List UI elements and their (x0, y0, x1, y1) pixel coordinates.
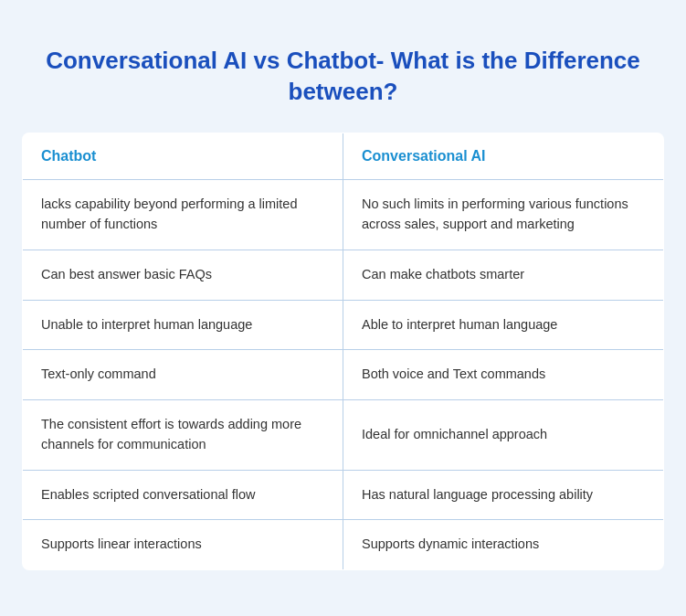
table-row: lacks capability beyond performing a lim… (23, 180, 664, 250)
cell-row6-col1: Supports linear interactions (23, 520, 343, 570)
table-row: Enables scripted conversational flowHas … (23, 470, 664, 520)
cell-row4-col1: The consistent effort is towards adding … (23, 400, 343, 471)
table-row: Unable to interpret human languageAble t… (23, 300, 664, 350)
cell-row4-col2: Ideal for omnichannel approach (343, 400, 664, 471)
table-row: Supports linear interactionsSupports dyn… (23, 520, 664, 570)
cell-row1-col1: Can best answer basic FAQs (23, 250, 343, 300)
cell-row5-col1: Enables scripted conversational flow (23, 470, 343, 520)
cell-row1-col2: Can make chatbots smarter (343, 250, 664, 300)
cell-row2-col1: Unable to interpret human language (23, 300, 343, 350)
comparison-table: Chatbot Conversational AI lacks capabili… (22, 133, 664, 570)
cell-row0-col1: lacks capability beyond performing a lim… (23, 180, 343, 250)
cell-row0-col2: No such limits in performing various fun… (343, 180, 664, 250)
table-body: lacks capability beyond performing a lim… (23, 180, 664, 570)
cell-row3-col1: Text-only command (23, 350, 343, 400)
table-row: The consistent effort is towards adding … (23, 400, 664, 471)
page-container: Conversational AI vs Chatbot- What is th… (22, 46, 664, 570)
cell-row2-col2: Able to interpret human language (343, 300, 664, 350)
table-row: Can best answer basic FAQsCan make chatb… (23, 250, 664, 300)
table-header-row: Chatbot Conversational AI (23, 133, 664, 180)
col2-header: Conversational AI (343, 133, 664, 180)
cell-row5-col2: Has natural language processing ability (343, 470, 664, 520)
page-title: Conversational AI vs Chatbot- What is th… (22, 46, 664, 108)
cell-row3-col2: Both voice and Text commands (343, 350, 664, 400)
cell-row6-col2: Supports dynamic interactions (343, 520, 664, 570)
col1-header: Chatbot (23, 133, 343, 180)
table-row: Text-only commandBoth voice and Text com… (23, 350, 664, 400)
